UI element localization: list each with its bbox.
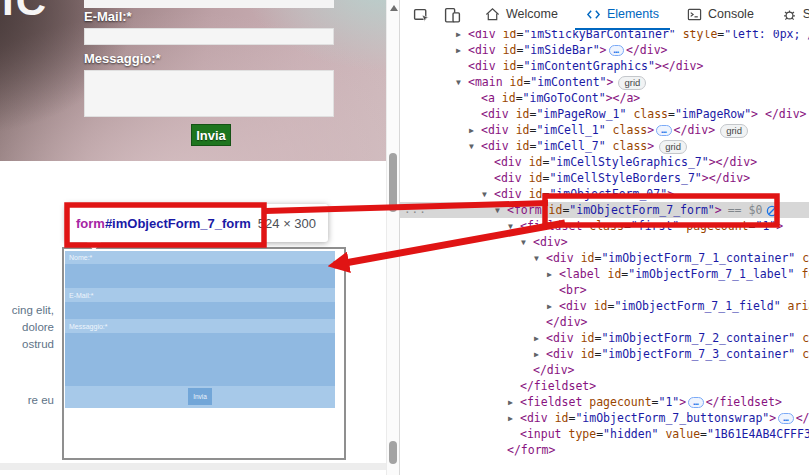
dom-tree-row[interactable]: <div id="imContentGraphics"></div> <box>400 58 809 74</box>
tree-attr-name: id <box>607 267 621 281</box>
tree-tag-text: <br> <box>559 283 587 297</box>
expand-children-button[interactable]: … <box>656 125 671 136</box>
tree-attr-value: "imPageRow_1" <box>536 107 626 121</box>
tooltip-dimensions: 524 × 300 <box>258 216 316 231</box>
tree-tag-text: </div> <box>626 43 668 57</box>
tree-attr-name: pagecount <box>686 219 748 233</box>
dom-tree-row[interactable]: </div> <box>400 314 809 330</box>
tab-sources[interactable]: Sou <box>771 0 809 30</box>
tree-attr-value: "imGoToCont" <box>523 91 606 105</box>
row-more-actions-icon[interactable]: ... <box>404 202 427 218</box>
grid-badge[interactable]: grid <box>659 140 687 154</box>
scrollbar-thumb[interactable] <box>389 153 397 212</box>
dom-tree-row[interactable]: </form> <box>400 442 809 458</box>
tree-attr-name: id <box>516 107 530 121</box>
tree-expand-arrow-icon[interactable]: ▼ <box>521 235 533 251</box>
dom-tree-row[interactable]: <input type="hidden" value="1B61E4AB4CFF… <box>400 426 809 442</box>
tree-expand-arrow-icon[interactable]: ▶ <box>547 267 559 283</box>
tree-tag-text: <fieldset <box>520 395 589 409</box>
tree-plain-text <box>606 123 613 137</box>
tree-tag-text: > <box>715 203 722 217</box>
submit-button[interactable]: Invia <box>191 124 231 146</box>
tree-expand-arrow-icon[interactable]: ▶ <box>534 347 546 363</box>
dom-tree-row[interactable]: ▼<div id="imObjectForm_7_1_container" cl <box>400 250 809 266</box>
tab-welcome[interactable]: Welcome <box>474 0 569 30</box>
dom-tree-row[interactable]: ▶<div id="imObjectForm_7_3_container" cl <box>400 346 809 362</box>
tree-attr-name: class <box>613 139 648 153</box>
tree-expand-arrow-icon[interactable]: ▼ <box>534 251 546 267</box>
tab-console[interactable]: Console <box>676 0 765 30</box>
dom-tree-row[interactable]: <br> <box>400 282 809 298</box>
dom-tree-row[interactable]: ▶<div id="imObjectForm_7_1_field" aria <box>400 298 809 314</box>
dom-tree-row[interactable]: ▶<label id="imObjectForm_7_1_label" fo <box>400 266 809 282</box>
tab-elements[interactable]: Elements <box>575 0 670 30</box>
tree-plain-text <box>606 139 613 153</box>
tree-plain-text <box>781 299 788 313</box>
tree-expand-arrow-icon[interactable]: ▼ <box>456 75 468 91</box>
dom-tree-row[interactable]: ▶<div id="imSideBar">…</div> <box>400 42 809 58</box>
dom-tree-row[interactable]: ▼<div id="imCell_7" class>grid <box>400 138 809 154</box>
dom-tree-row[interactable]: ▶<fieldset pagecount="1">…</fieldset> <box>400 394 809 410</box>
grid-badge[interactable]: grid <box>720 124 748 138</box>
tree-expand-arrow-icon[interactable]: ▶ <box>508 395 520 411</box>
tree-expand-arrow-icon[interactable]: ▶ <box>469 123 481 139</box>
dom-tree-row[interactable]: ▼<fieldset class="first" pagecount="1"> <box>400 218 809 234</box>
page-scrollbar[interactable] <box>386 0 399 475</box>
tree-expand-arrow-icon[interactable]: ▶ <box>508 411 520 427</box>
tree-expand-arrow-icon[interactable]: ▼ <box>469 139 481 155</box>
tree-expand-arrow-icon[interactable]: ▶ <box>547 299 559 315</box>
tree-plain-text <box>758 107 765 121</box>
grid-badge[interactable]: grid <box>618 76 646 90</box>
tree-expand-arrow-icon[interactable]: ▶ <box>534 331 546 347</box>
dom-tree-row[interactable]: <div id="imCellStyleBorders_7"></div> <box>400 170 809 186</box>
dom-tree-row-selected[interactable]: ...▼<form id="imObjectForm_7_form">== $0 <box>400 202 809 218</box>
tooltip-tag: form <box>76 216 105 231</box>
tree-attr-name: id <box>502 91 516 105</box>
tree-expand-arrow-icon[interactable]: ▼ <box>482 187 494 203</box>
tree-tag-text: <div <box>494 155 529 169</box>
dom-tree-row[interactable]: ▶<div id="imCell_1" class>…</div>grid <box>400 122 809 138</box>
tree-expand-arrow-icon[interactable]: ▼ <box>495 203 507 219</box>
message-textarea[interactable] <box>84 70 334 117</box>
dom-tree-row[interactable]: <a id="imGoToCont"></a> <box>400 90 809 106</box>
scrollbar-thumb[interactable] <box>389 441 397 464</box>
tree-tag-text: > <box>600 43 607 57</box>
expand-children-button[interactable]: … <box>688 397 703 408</box>
tree-tag-text: <fieldset <box>520 219 589 233</box>
tree-expand-arrow-icon[interactable]: ▶ <box>456 43 468 59</box>
dom-tree-row[interactable]: <div id="imPageRow_1" class="imPageRow">… <box>400 106 809 122</box>
dom-tree-row[interactable]: ▶<div id="imObjectForm_7_buttonswrap">…<… <box>400 410 809 426</box>
expand-children-button[interactable]: … <box>778 413 793 424</box>
tree-tag-text: <label <box>559 267 607 281</box>
dom-tree-row[interactable]: </fieldset> <box>400 378 809 394</box>
scrollbar-up-arrow-icon[interactable] <box>390 5 398 11</box>
tree-attr-value: "1B61E4AB4CFFF3B <box>707 427 809 441</box>
dom-tree-row[interactable]: ▼<main id="imContent">grid <box>400 74 809 90</box>
device-emulation-icon[interactable] <box>437 1 468 30</box>
tree-attr-value: "imObjectForm_7_1_field" <box>614 299 780 313</box>
tree-tag-text: <div <box>494 171 529 185</box>
tree-expand-arrow-icon[interactable]: ▼ <box>508 219 520 235</box>
tree-tag-text: > <box>769 411 776 425</box>
dom-tree-row[interactable]: ▼<div id="imObjectForm_07"> <box>400 186 809 202</box>
tree-tag-text: <div <box>559 299 594 313</box>
inspect-element-icon[interactable] <box>406 1 437 30</box>
preview-message-field <box>65 333 335 386</box>
screenshot-stage: IC E-Mail:* Messaggio:* Invia cing elit,… <box>0 0 809 475</box>
dom-tree-row[interactable]: </div> <box>400 362 809 378</box>
tree-tag-text: ></div> <box>709 155 757 169</box>
dom-tree-row[interactable]: ▶<div id="imObjectForm_7_2_container" cl <box>400 330 809 346</box>
tree-tag-text: > <box>647 139 654 153</box>
tree-attr-value: "imObjectForm_07" <box>549 187 667 201</box>
tree-tag-text: <div> <box>533 235 568 249</box>
expand-children-button[interactable]: … <box>609 45 624 56</box>
dom-tree-row[interactable]: <div id="imCellStyleGraphics_7"></div> <box>400 154 809 170</box>
tree-attr-value: "imObjectForm_7_form" <box>569 203 714 217</box>
email-input[interactable] <box>84 28 334 45</box>
tree-tag-text: </div> <box>765 107 807 121</box>
tree-tag-text: <form <box>507 203 549 217</box>
tree-attr-value: "imContent" <box>530 75 606 89</box>
element-state-badge-icon[interactable] <box>766 205 778 217</box>
dom-tree-row[interactable]: ▼<div> <box>400 234 809 250</box>
name-input-cutoff[interactable] <box>84 0 334 8</box>
